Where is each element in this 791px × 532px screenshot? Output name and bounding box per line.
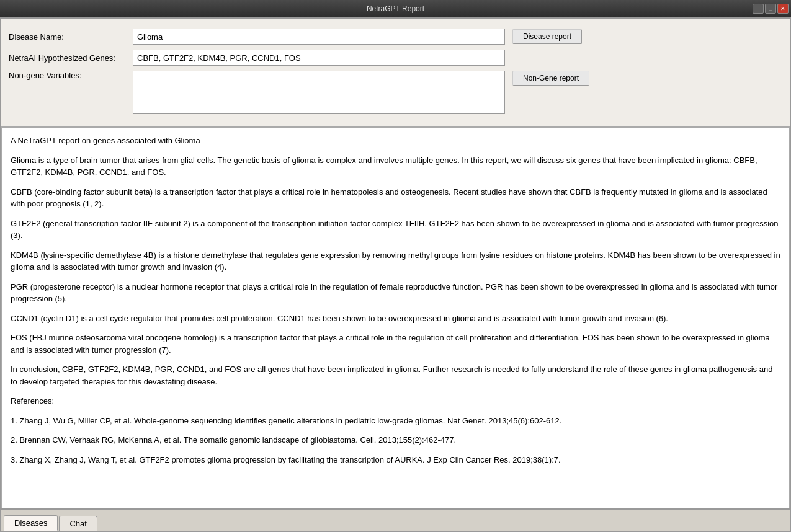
report-paragraph-2: CBFB (core-binding factor subunit beta) … [11,186,780,210]
close-button[interactable]: ✕ [777,4,789,14]
report-paragraph-6: CCND1 (cyclin D1) is a cell cycle regula… [11,313,780,325]
hypothesized-genes-label: NetraAI Hypothesized Genes: [9,53,133,63]
references-label: References: [11,395,780,407]
hypothesized-genes-input[interactable] [133,50,505,66]
hypothesized-genes-row: NetraAI Hypothesized Genes: [9,50,782,66]
non-gene-variables-input[interactable] [133,71,505,114]
report-paragraph-8: In conclusion, CBFB, GTF2F2, KDM4B, PGR,… [11,363,780,388]
report-paragraph-3: GTF2F2 (general transcription factor IIF… [11,218,780,242]
form-area: Disease Name: Disease report NetraAI Hyp… [1,19,790,124]
window-controls: ─ □ ✕ [753,4,789,14]
references-section: References: 1. Zhang J, Wu G, Miller CP,… [11,395,780,466]
disease-name-label: Disease Name: [9,32,133,42]
report-title: A NeTraGPT report on genes associated wi… [11,135,780,147]
report-paragraph-5: PGR (progesterone receptor) is a nuclear… [11,281,780,305]
disease-name-input[interactable] [133,29,505,45]
report-area[interactable]: A NeTraGPT report on genes associated wi… [1,128,790,508]
report-paragraph-4: KDM4B (lysine-specific demethylase 4B) i… [11,249,780,273]
window-title: NetraGPT Report [367,4,424,13]
bottom-tabs: Diseases Chat [1,508,790,531]
report-paragraph-1: Glioma is a type of brain tumor that ari… [11,154,780,179]
tab-diseases[interactable]: Diseases [4,515,58,531]
report-paragraph-7: FOS (FBJ murine osteosarcoma viral oncog… [11,332,780,356]
tab-chat[interactable]: Chat [59,516,97,531]
reference-2: 2. Brennan CW, Verhaak RG, McKenna A, et… [11,434,780,446]
reference-3: 3. Zhang X, Zhang J, Wang T, et al. GTF2… [11,454,780,466]
reference-1: 1. Zhang J, Wu G, Miller CP, et al. Whol… [11,415,780,427]
disease-report-button[interactable]: Disease report [512,29,582,44]
maximize-button[interactable]: □ [765,4,776,14]
title-bar: NetraGPT Report ─ □ ✕ [0,0,791,17]
minimize-button[interactable]: ─ [753,4,764,14]
main-window: Disease Name: Disease report NetraAI Hyp… [0,17,791,532]
non-gene-variables-label: Non-gene Variables: [9,71,133,80]
non-gene-report-button[interactable]: Non-Gene report [512,71,589,86]
disease-name-row: Disease Name: Disease report [9,29,782,45]
non-gene-variables-row: Non-gene Variables: Non-Gene report [9,71,782,114]
